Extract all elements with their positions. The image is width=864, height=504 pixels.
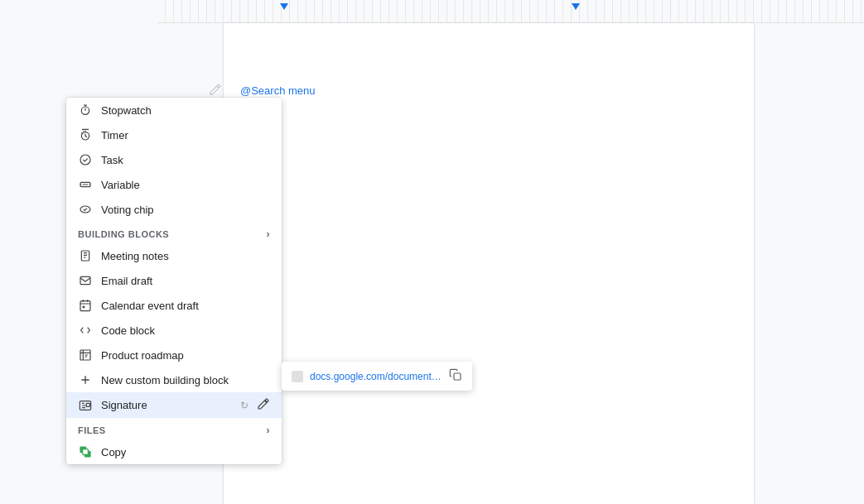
url-favicon	[292, 371, 303, 382]
calendar-event-draft-icon	[78, 298, 93, 313]
svg-rect-8	[83, 306, 85, 309]
timer-icon	[78, 127, 93, 142]
stopwatch-label: Stopwatch	[101, 104, 270, 117]
code-block-label: Code block	[101, 324, 270, 337]
voting-chip-label: Voting chip	[101, 204, 270, 216]
code-block-icon	[78, 323, 93, 338]
menu-item-signature[interactable]: Signature ↻	[66, 392, 282, 418]
doc-page: @Search menu	[224, 23, 754, 504]
svg-rect-7	[80, 301, 90, 311]
copy-url-icon[interactable]	[449, 368, 462, 384]
menu-item-meeting-notes[interactable]: Meeting notes	[66, 243, 282, 268]
copy-green-icon	[78, 444, 93, 459]
building-blocks-arrow: ›	[267, 228, 271, 240]
menu-item-calendar-event-draft[interactable]: Calendar event draft	[66, 293, 282, 318]
menu-item-stopwatch[interactable]: Stopwatch	[66, 98, 282, 122]
svg-rect-5	[81, 251, 89, 261]
menu-item-variable[interactable]: Variable	[66, 172, 282, 197]
svg-rect-11	[86, 403, 89, 406]
meeting-notes-label: Meeting notes	[101, 250, 270, 262]
url-text: docs.google.com/document/d/1bw...	[310, 371, 442, 382]
svg-rect-15	[454, 373, 461, 380]
menu-item-new-custom-building-block[interactable]: New custom building block	[66, 367, 282, 392]
plus-icon	[78, 372, 93, 387]
voting-chip-icon	[78, 202, 93, 217]
building-blocks-section-header: BUILDING BLOCKS ›	[66, 222, 282, 243]
files-section-header: FILES ›	[66, 418, 282, 439]
meeting-notes-icon	[78, 248, 93, 263]
copy-label: Copy	[101, 446, 270, 458]
at-search-label: @Search menu	[240, 83, 316, 98]
refresh-icon: ↻	[240, 400, 249, 411]
ruler	[157, 0, 864, 23]
svg-rect-14	[83, 449, 89, 455]
menu-item-copy[interactable]: Copy	[66, 439, 282, 464]
calendar-event-draft-label: Calendar event draft	[101, 300, 270, 312]
product-roadmap-icon	[78, 348, 93, 362]
timer-label: Timer	[101, 129, 270, 142]
variable-icon	[78, 177, 93, 192]
new-custom-building-block-label: New custom building block	[101, 374, 270, 386]
edit-icon	[209, 83, 222, 98]
menu-item-task[interactable]: Task	[66, 147, 282, 172]
signature-icon	[78, 398, 93, 413]
url-popup: docs.google.com/document/d/1bw...	[282, 362, 472, 391]
menu-item-product-roadmap[interactable]: Product roadmap	[66, 343, 282, 367]
ruler-marks	[157, 0, 864, 22]
email-draft-icon	[78, 273, 93, 288]
files-arrow: ›	[267, 425, 271, 436]
svg-point-2	[80, 155, 90, 165]
signature-edit-icon[interactable]	[257, 397, 270, 413]
task-label: Task	[101, 154, 270, 166]
task-icon	[78, 152, 93, 167]
ruler-left-triangle	[280, 3, 288, 10]
dropdown-menu: Stopwatch Timer Task Va	[66, 98, 282, 464]
menu-item-timer[interactable]: Timer	[66, 122, 282, 147]
menu-item-voting-chip[interactable]: Voting chip	[66, 197, 282, 222]
ruler-right-triangle	[572, 3, 580, 10]
svg-rect-6	[80, 276, 90, 284]
product-roadmap-label: Product roadmap	[101, 349, 270, 362]
variable-label: Variable	[101, 179, 270, 191]
signature-label: Signature	[101, 399, 229, 411]
menu-item-email-draft[interactable]: Email draft	[66, 268, 282, 293]
email-draft-label: Email draft	[101, 275, 270, 287]
stopwatch-icon	[78, 103, 93, 118]
menu-item-code-block[interactable]: Code block	[66, 318, 282, 343]
